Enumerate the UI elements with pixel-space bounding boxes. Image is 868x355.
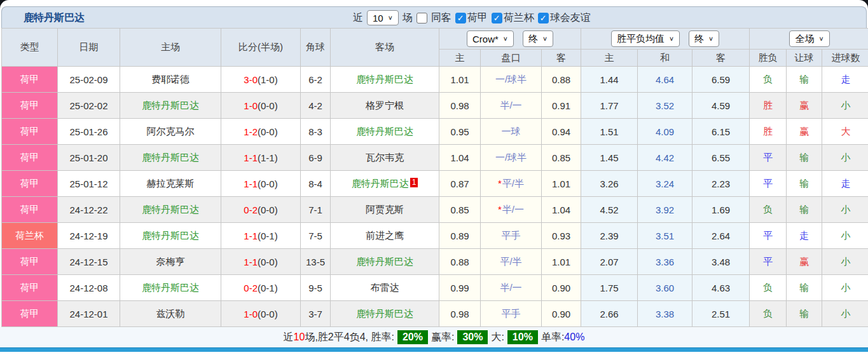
- home-team-cell: 鹿特丹斯巴达: [120, 93, 221, 119]
- league-checkbox-knvb-cup[interactable]: ✓: [492, 13, 502, 23]
- away-team-cell: 瓦尔韦克: [331, 145, 439, 171]
- league-checkbox-club-friendly[interactable]: ✓: [538, 13, 549, 23]
- subcol-handicap: 盘口: [481, 50, 542, 67]
- fulltime-score: 1-1: [244, 178, 258, 189]
- footer-text: 近: [284, 331, 294, 344]
- league-checkbox-eredivisie[interactable]: ✓: [455, 13, 466, 23]
- fulltime-score: 1-1: [244, 257, 258, 267]
- corners-cell: 6-9: [301, 145, 331, 171]
- avg-away-cell: 1.69: [692, 197, 750, 223]
- avg-away-cell: 3.48: [692, 249, 750, 275]
- handicap-result-cell: 赢: [787, 119, 822, 145]
- away-team-cell: 阿贾克斯: [331, 197, 439, 223]
- away-team-cell: 鹿特丹斯巴达: [331, 301, 439, 327]
- match-row: 荷兰杯24-12-19鹿特丹斯巴达1-1(0-1)7-5前进之鹰0.89平手0.…: [2, 223, 868, 249]
- halftime-score: (0-0): [258, 126, 278, 137]
- subcol-odds-home: 主: [439, 50, 481, 67]
- subcol-result: 胜负: [750, 50, 787, 67]
- chevron-down-icon: ∨: [818, 35, 823, 42]
- period-select[interactable]: 全场 ∨: [789, 30, 829, 47]
- score-cell: 1-1(0-1): [221, 223, 301, 249]
- handicap-cell: *半/一: [481, 197, 542, 223]
- date-cell: 25-01-26: [58, 119, 120, 145]
- footer-text: 场,胜2平4负4, 胜率:: [305, 331, 394, 344]
- recent-count-select[interactable]: 10 ∨: [367, 10, 399, 25]
- col-header-away: 客场: [331, 29, 439, 67]
- league-cell: 荷甲: [2, 119, 58, 145]
- recent-count-value: 10: [294, 332, 305, 343]
- home-team-cell: 赫拉克莱斯: [120, 171, 221, 197]
- date-cell: 24-12-19: [58, 223, 120, 249]
- subcol-avg-away: 客: [692, 50, 750, 67]
- match-row: 荷甲25-01-12赫拉克莱斯1-1(0-0)8-4鹿特丹斯巴达10.87*平/…: [2, 171, 868, 197]
- away-odds-cell: 0.90: [542, 275, 581, 301]
- avg-type-select[interactable]: 胜平负均值 ∨: [611, 30, 680, 47]
- avg-away-cell: 6.59: [692, 67, 750, 93]
- date-cell: 25-01-12: [58, 171, 120, 197]
- away-odds-cell: 1.01: [542, 171, 581, 197]
- avg-draw-cell: 3.60: [638, 275, 692, 301]
- league-cell: 荷甲: [2, 301, 58, 327]
- avg-draw-cell: 3.36: [638, 249, 692, 275]
- corners-cell: 8-4: [301, 171, 331, 197]
- away-odds-cell: 0.88: [542, 67, 581, 93]
- match-row: 荷甲24-12-22鹿特丹斯巴达0-2(0-0)7-1阿贾克斯0.85*半/一1…: [2, 197, 868, 223]
- score-cell: 1-1(0-0): [221, 249, 301, 275]
- halftime-score: (0-0): [258, 257, 278, 267]
- handicap-result-cell: 输: [787, 145, 822, 171]
- handicap-cell: 平手: [481, 301, 542, 327]
- title-bar: 鹿特丹斯巴达 近 10 ∨ 场 同客 ✓ 荷甲 ✓ 荷兰杯 ✓ 球会友谊: [1, 6, 867, 28]
- handicap-result-cell: 赢: [787, 249, 822, 275]
- avg-home-cell: 1.51: [581, 119, 638, 145]
- match-row: 荷甲24-12-01兹沃勒1-0(0-0)3-7鹿特丹斯巴达0.98平手0.90…: [2, 301, 868, 327]
- fulltime-score: 1-1: [244, 152, 258, 163]
- date-cell: 25-02-02: [58, 93, 120, 119]
- date-cell: 25-01-20: [58, 145, 120, 171]
- corners-cell: 7-1: [301, 197, 331, 223]
- chevron-down-icon: ∨: [503, 35, 508, 42]
- away-odds-cell: 0.90: [542, 301, 581, 327]
- league-cell: 荷甲: [2, 145, 58, 171]
- goals-result-cell: 小: [822, 223, 868, 249]
- avg-time-select[interactable]: 终 ∨: [689, 30, 719, 47]
- home-team-cell: 奈梅亨: [120, 249, 221, 275]
- home-odds-cell: 0.89: [439, 223, 481, 249]
- win-rate-badge: 20%: [397, 330, 428, 344]
- result-cell: 胜: [750, 93, 787, 119]
- result-cell: 负: [750, 197, 787, 223]
- period-header-cell: 全场 ∨: [750, 29, 868, 50]
- match-row: 荷甲25-01-26阿尔克马尔1-2(0-0)8-3鹿特丹斯巴达0.95一球0.…: [2, 119, 868, 145]
- handicap-cell: 平手: [481, 223, 542, 249]
- home-odds-cell: 0.98: [439, 93, 481, 119]
- corners-cell: 3-7: [301, 301, 331, 327]
- fulltime-score: 0-2: [244, 283, 258, 293]
- match-row: 荷甲25-02-09费耶诺德3-0(1-0)6-2鹿特丹斯巴达1.01一/球半0…: [2, 67, 868, 93]
- handicap-result-cell: 输: [787, 67, 822, 93]
- home-odds-cell: 0.85: [439, 197, 481, 223]
- away-odds-cell: 0.91: [542, 93, 581, 119]
- subcol-avg-home: 主: [581, 50, 638, 67]
- avg-draw-cell: 3.24: [638, 171, 692, 197]
- handicap-result-cell: 输: [787, 275, 822, 301]
- home-team-cell: 鹿特丹斯巴达: [120, 197, 221, 223]
- match-row: 荷甲24-12-15奈梅亨1-1(0-0)13-5鹿特丹斯巴达0.88平/半1.…: [2, 249, 868, 275]
- red-card-badge: 1: [410, 178, 418, 187]
- same-venue-checkbox[interactable]: [417, 13, 427, 23]
- corners-cell: 6-2: [301, 67, 331, 93]
- avg-home-cell: 2.66: [581, 301, 638, 327]
- away-odds-cell: 0.85: [542, 145, 581, 171]
- odds-company-select[interactable]: Crow* ∨: [467, 30, 514, 47]
- col-header-date: 日期: [58, 29, 120, 67]
- away-team-cell: 布雷达: [331, 275, 439, 301]
- avg-draw-cell: 4.64: [638, 67, 692, 93]
- league-cell: 荷甲: [2, 171, 58, 197]
- halftime-score: (0-0): [258, 204, 278, 215]
- fulltime-score: 3-0: [244, 74, 258, 85]
- avg-draw-cell: 3.51: [638, 223, 692, 249]
- odds-time-select[interactable]: 终 ∨: [523, 30, 553, 47]
- score-cell: 1-0(0-0): [221, 93, 301, 119]
- matches-table: 类型 日期 主场 比分(半场) 角球 客场 Crow* ∨ 终 ∨: [1, 28, 868, 327]
- away-odds-cell: 1.01: [542, 249, 581, 275]
- away-team-cell: 鹿特丹斯巴达: [331, 119, 439, 145]
- star-marker: *: [498, 204, 502, 215]
